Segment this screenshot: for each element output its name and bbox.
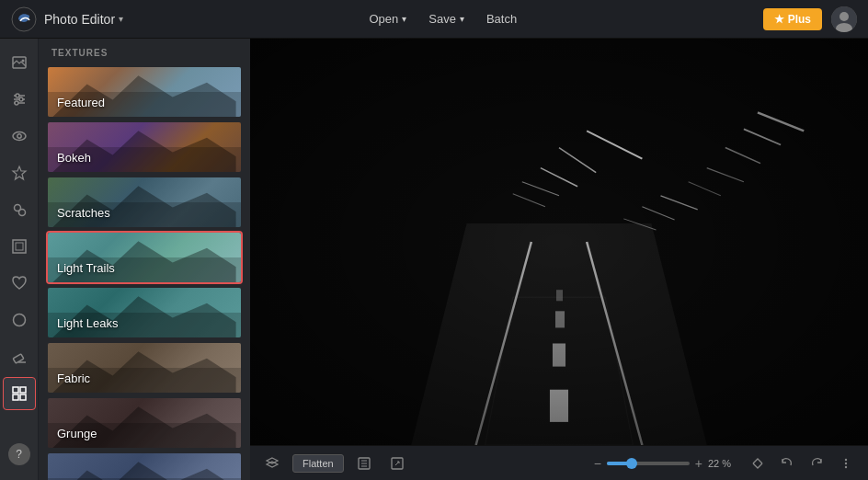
svg-rect-17 [13,240,26,253]
svg-point-10 [19,97,23,101]
help-button[interactable]: ? [8,443,30,465]
expand-icon[interactable] [351,451,377,476]
star-icon: ★ [774,13,784,26]
texture-label-lighttrails: Light Trails [57,261,115,275]
zoom-slider[interactable] [607,462,690,465]
texture-panel-header: TEXTURES [39,39,250,63]
shapes-tool-button[interactable] [3,303,36,337]
texture-item-fabric[interactable]: Fabric [46,341,243,394]
texture-label-lightleaks: Light Leaks [57,316,119,330]
texture-item-grunge[interactable]: Grunge [46,396,243,450]
redo-icon[interactable] [804,451,829,476]
user-avatar[interactable] [831,6,857,32]
svg-point-12 [13,132,26,141]
texture-item-lighttrails[interactable]: Light Trails [46,231,243,284]
save-button[interactable]: Save ▾ [428,12,464,26]
resize-icon[interactable] [384,451,410,476]
texture-item-bokeh[interactable]: Bokeh [46,120,243,174]
canvas-area: Flatten − + 22 % [250,39,868,480]
svg-rect-23 [20,387,26,393]
zoom-label: 22 % [708,458,737,469]
texture-label-grunge: Grunge [57,427,97,440]
zoom-out-icon[interactable]: − [594,456,601,471]
texture-label-featured: Featured [57,96,105,109]
zoom-in-icon[interactable]: + [695,456,702,471]
adjust-tool-button[interactable] [3,83,36,116]
texture-label-fabric: Fabric [57,371,90,385]
favorites-tool-button[interactable] [3,156,36,189]
plus-button[interactable]: ★ Plus [763,8,822,30]
texture-bg-paint [48,453,241,480]
erase-tool-button[interactable] [3,340,36,373]
bottom-right-icons [745,451,859,476]
texture-item-lightleaks[interactable]: Light Leaks [46,286,243,339]
texture-item-paint[interactable]: Paint [46,451,243,480]
svg-marker-14 [13,166,26,179]
svg-rect-18 [16,243,23,250]
texture-label-bokeh: Bokeh [57,151,91,165]
header-right: ★ Plus [763,6,857,32]
main-area: ? TEXTURES FeaturedBokehScratchesLight T… [0,39,868,480]
svg-rect-24 [13,394,18,400]
header-center: Open ▾ Save ▾ Batch [123,12,763,26]
svg-marker-33 [52,462,235,480]
texture-item-featured[interactable]: Featured [46,65,243,119]
texture-list: FeaturedBokehScratchesLight TrailsLight … [39,63,250,480]
zoom-control: − + 22 % [594,456,737,471]
header: Photo Editor ▾ Open ▾ Save ▾ Batch ★ Plu… [0,0,868,39]
icon-sidebar: ? [0,39,39,480]
svg-point-65 [845,458,847,460]
texture-label-scratches: Scratches [57,206,110,220]
batch-button[interactable]: Batch [486,12,517,26]
app-title[interactable]: Photo Editor ▾ [44,12,123,27]
canvas-image[interactable] [250,39,868,445]
flatten-button[interactable]: Flatten [292,454,344,473]
svg-point-16 [18,210,25,216]
textures-tool-button[interactable] [3,377,36,410]
svg-point-11 [15,101,18,105]
more-options-icon[interactable] [833,451,859,476]
svg-point-2 [839,12,849,21]
svg-marker-62 [267,462,278,467]
undo-icon[interactable] [774,451,800,476]
svg-point-13 [17,134,20,138]
open-button[interactable]: Open ▾ [370,12,407,26]
svg-marker-61 [267,458,278,463]
zoom-slider-thumb[interactable] [626,458,637,469]
heart-tool-button[interactable] [3,267,36,300]
view-tool-button[interactable] [3,120,36,153]
save-chevron-icon: ▾ [460,14,464,24]
svg-point-9 [16,94,19,97]
effects-tool-button[interactable] [3,193,36,226]
svg-rect-60 [250,39,868,445]
flip-icon[interactable] [745,451,771,476]
open-chevron-icon: ▾ [402,14,406,24]
svg-rect-22 [13,387,18,393]
frames-tool-button[interactable] [3,230,36,263]
svg-point-19 [13,314,25,326]
svg-rect-25 [20,394,26,400]
svg-point-66 [845,462,847,463]
layers-icon[interactable] [259,451,285,476]
image-tool-button[interactable] [3,46,36,79]
bottom-bar: Flatten − + 22 % [250,445,868,480]
svg-point-67 [845,465,847,467]
texture-item-scratches[interactable]: Scratches [46,176,243,229]
app-logo[interactable] [11,6,37,32]
svg-point-5 [21,60,24,63]
texture-panel: TEXTURES FeaturedBokehScratchesLight Tra… [39,39,250,480]
